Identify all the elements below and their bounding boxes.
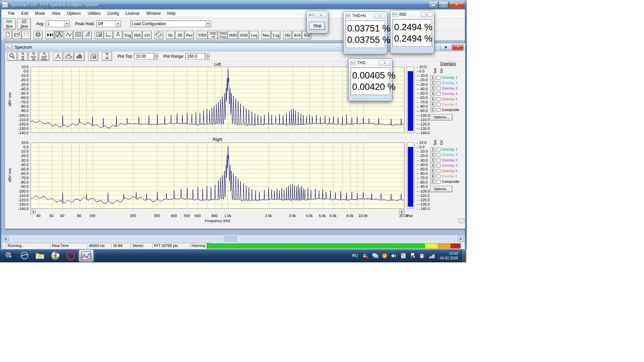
overlay-options-button[interactable]: Options...	[430, 186, 452, 192]
spectrum-toolbar-zoom-out-full-button[interactable]: OUTFULL	[39, 52, 49, 61]
toolbar-button-waveform-view[interactable]	[64, 31, 73, 39]
toolbar-button-signal-generator[interactable]	[154, 31, 163, 39]
toolbar-button-control-panel[interactable]	[95, 31, 104, 39]
overlay-set-button-5[interactable]: 5	[430, 97, 435, 101]
menu-options[interactable]: Options	[64, 10, 84, 17]
toolbar-button-thd[interactable]: THD	[197, 31, 208, 39]
taskbar-icon-internet-explorer[interactable]: e	[17, 250, 32, 261]
overlay-options-button[interactable]: Options...	[430, 114, 452, 120]
overlay-set-button-c[interactable]: C	[430, 108, 435, 112]
plot-range-spinner[interactable]: ▲▼	[205, 53, 210, 60]
overlay-checkbox-4[interactable]	[437, 92, 440, 96]
overlay-set-button-1[interactable]: 1	[430, 75, 435, 80]
overlay-checkbox-6[interactable]	[437, 174, 440, 178]
spectrum-toolbar-histogram-plot-button[interactable]	[74, 52, 85, 61]
imd-titlebar[interactable]: IMD ✕	[390, 10, 434, 18]
spectrum-toolbar-auto-scale-button[interactable]	[102, 52, 112, 61]
overlay-set-button-6[interactable]: 6	[430, 174, 435, 178]
toolbar-button-trigger[interactable]: Trig	[123, 31, 132, 39]
tray-icon-update[interactable]	[381, 252, 388, 259]
tray-icon-volume[interactable]	[391, 252, 397, 259]
tray-icon-network[interactable]	[428, 252, 435, 259]
menu-window[interactable]: Window	[143, 10, 164, 17]
spectrum-plot-right[interactable]	[31, 143, 405, 209]
show-desktop-button[interactable]	[462, 249, 466, 262]
scrollbar-thumb[interactable]	[224, 236, 237, 242]
toolbar-button-thd-n[interactable]: THD+N	[208, 31, 218, 39]
taskbar-icon-chrome[interactable]	[48, 250, 62, 261]
thdn-titlebar[interactable]: THD+N ✕	[343, 12, 387, 19]
scrollbar-left-arrow[interactable]: ◄	[2, 236, 9, 242]
spectrum-toolbar-zoom-out-2x-button[interactable]: OUT2X	[29, 52, 39, 61]
menu-help[interactable]: Help	[164, 10, 179, 17]
close-icon[interactable]: ✕	[421, 12, 433, 17]
toolbar-button-save-file[interactable]	[22, 31, 31, 39]
toolbar-button-markers[interactable]: Mrk	[132, 31, 142, 39]
toolbar-button-fast-forward[interactable]	[45, 31, 54, 39]
overlay-set-button-5[interactable]: 5	[430, 169, 435, 173]
overlay-set-button-c[interactable]: C	[430, 179, 435, 184]
menu-config[interactable]: Config	[104, 10, 122, 17]
toolbar-button-reverb[interactable]: Rvb	[292, 31, 302, 39]
spectrum-toolbar-zoom-button[interactable]	[7, 52, 17, 61]
toolbar-button-leq[interactable]: Leq	[250, 31, 259, 39]
overlay-checkbox-3[interactable]	[437, 158, 440, 162]
overlay-checkbox-5[interactable]	[437, 97, 440, 101]
overlay-set-button-2[interactable]: 2	[430, 81, 435, 85]
spectrum-toolbar-zoom-in-2x-button[interactable]: IN2X	[18, 52, 28, 61]
clock[interactable]: 13:52 04.02.2025	[440, 251, 458, 260]
plot-top-spinner[interactable]: ▲▼	[154, 53, 158, 60]
overlay-checkbox-1[interactable]	[437, 148, 440, 151]
stop-window-titlebar[interactable]: ✕	[307, 11, 328, 18]
menu-license[interactable]: License	[122, 10, 143, 17]
thd-titlebar[interactable]: THD ✕	[348, 59, 392, 66]
toolbar-button-spectrum-view[interactable]	[55, 31, 64, 39]
overlay-checkbox-2[interactable]	[437, 153, 440, 157]
toolbar-button-ruler[interactable]	[104, 31, 113, 39]
app-titlebar[interactable]: SpectraPLUS - FFT Spectral Analysis Syst…	[0, 0, 466, 9]
toolbar-button-spectrogram-view[interactable]	[73, 31, 83, 39]
overlay-set-button-3[interactable]: 3	[430, 86, 435, 91]
menu-mode[interactable]: Mode	[32, 10, 48, 17]
chevron-down-icon[interactable]: ▼	[115, 21, 121, 27]
language-indicator[interactable]: RU	[352, 253, 358, 258]
tray-icon-action-center[interactable]	[410, 252, 416, 259]
overlay-checkbox-6[interactable]	[437, 103, 440, 106]
child-restore-button[interactable]: ▣	[440, 44, 451, 50]
overlay-set-button-2[interactable]: 2	[430, 153, 435, 157]
overlay-set-button-3[interactable]: 3	[430, 158, 435, 162]
toolbar-button-open-file[interactable]	[12, 31, 21, 39]
close-icon[interactable]: ✕	[374, 13, 386, 18]
load-configuration-select[interactable]: Load Configuration ▼	[130, 20, 211, 27]
minimize-button[interactable]: ▬	[428, 2, 438, 8]
overlay-set-button-4[interactable]: 4	[430, 163, 435, 168]
scrollbar-right-arrow[interactable]: ►	[458, 236, 464, 242]
toolbar-button-new-file[interactable]	[3, 31, 12, 39]
menu-view[interactable]: View	[48, 10, 64, 17]
toolbar-button-caliper[interactable]	[113, 31, 122, 39]
overlay-set-button-4[interactable]: 4	[430, 92, 435, 96]
menu-edit[interactable]: Edit	[18, 10, 32, 17]
chevron-down-icon[interactable]: ▼	[64, 21, 69, 27]
toolbar-button-logging[interactable]: Log	[271, 31, 280, 39]
taskbar-icon-start[interactable]	[2, 250, 16, 261]
toolbar-button-db-units[interactable]: dB	[175, 31, 184, 39]
overlay-set-button-1[interactable]: 1	[430, 147, 435, 152]
overlay-checkbox-3[interactable]	[437, 87, 440, 90]
taskbar-icon-spectraplus[interactable]	[79, 250, 93, 261]
menu-utilities[interactable]: Utilities	[84, 10, 104, 17]
plot-range-input[interactable]	[185, 53, 205, 59]
spectrum-toolbar-display-options-button[interactable]	[88, 52, 98, 61]
overlay-checkbox-1[interactable]	[437, 76, 440, 80]
avg-select[interactable]: 1 ▼	[46, 20, 70, 27]
spectrum-toolbar-bar-plot-button[interactable]	[64, 52, 74, 61]
toolbar-button-surface-view[interactable]	[83, 31, 92, 39]
tray-icon-app[interactable]	[363, 252, 369, 259]
taskbar-icon-opera[interactable]	[64, 250, 78, 261]
tray-icon-display[interactable]	[372, 252, 379, 259]
tray-icon-power[interactable]	[419, 252, 426, 259]
close-button[interactable]: ✕	[449, 2, 464, 8]
resize-grip[interactable]	[459, 218, 465, 223]
overlay-checkbox-4[interactable]	[437, 164, 440, 167]
toolbar-button-power-units[interactable]: Pwr	[185, 31, 194, 39]
